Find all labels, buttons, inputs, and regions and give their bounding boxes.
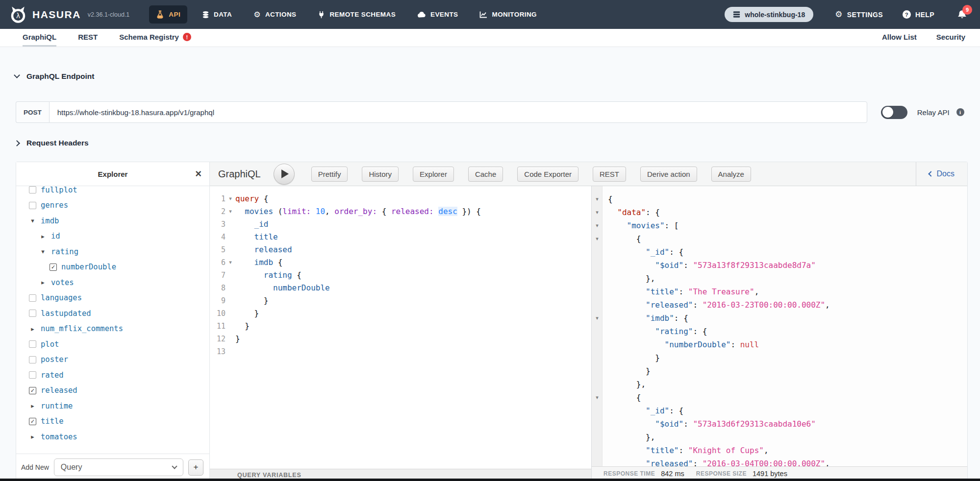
response-line-14: } bbox=[592, 364, 967, 378]
history-button[interactable]: History bbox=[362, 167, 399, 182]
tab-security[interactable]: Security bbox=[936, 33, 965, 43]
fold-arrow-icon[interactable]: ▾ bbox=[592, 192, 603, 206]
execute-query-button[interactable] bbox=[274, 164, 295, 185]
request-headers-section-toggle[interactable]: Request Headers bbox=[15, 139, 89, 147]
tab-allow-list[interactable]: Allow List bbox=[882, 33, 917, 43]
response-line-2: ▾ "data": { bbox=[592, 206, 967, 219]
checkbox-checked-icon[interactable]: ✓ bbox=[50, 264, 57, 271]
nav-item-monitoring[interactable]: MONITORING bbox=[473, 6, 544, 23]
project-name-button[interactable]: whole-stinkbug-18 bbox=[725, 7, 813, 22]
fold-arrow-icon[interactable]: ▾ bbox=[592, 312, 603, 325]
operation-type-select[interactable]: Query bbox=[54, 458, 183, 476]
field-label: votes bbox=[51, 278, 74, 287]
derive-action-button[interactable]: Derive action bbox=[640, 167, 697, 182]
explorer-field-votes[interactable]: ▸votes bbox=[16, 275, 209, 290]
checkbox-unchecked-icon[interactable] bbox=[29, 371, 36, 379]
question-icon: ? bbox=[903, 10, 911, 19]
explorer-header: Explorer × bbox=[16, 162, 209, 186]
expand-arrow-icon[interactable]: ▸ bbox=[29, 433, 36, 440]
fold-gutter bbox=[592, 364, 603, 378]
fold-arrow-icon[interactable]: ▾ bbox=[592, 391, 603, 404]
code-text: title bbox=[235, 231, 278, 243]
explorer-field-plot[interactable]: plot bbox=[16, 337, 209, 352]
checkbox-unchecked-icon[interactable] bbox=[29, 294, 36, 302]
graphql-endpoint-section-toggle[interactable]: GraphQL Endpoint bbox=[15, 72, 94, 81]
checkbox-checked-icon[interactable]: ✓ bbox=[29, 387, 36, 394]
close-icon[interactable]: × bbox=[195, 168, 201, 179]
graphql-endpoint-url[interactable]: https://whole-stinkbug-18.hasura.app/v1/… bbox=[49, 101, 867, 123]
explorer-field-languages[interactable]: languages bbox=[16, 290, 209, 306]
query-line-8: 8 numberDouble bbox=[210, 282, 591, 294]
nav-item-data[interactable]: DATA bbox=[195, 6, 239, 24]
checkbox-unchecked-icon[interactable] bbox=[29, 356, 36, 363]
collapse-arrow-icon[interactable]: ▾ bbox=[39, 248, 47, 255]
fold-arrow-icon[interactable]: ▾ bbox=[226, 192, 235, 205]
code-text: } bbox=[235, 294, 268, 307]
field-label: plot bbox=[41, 340, 59, 349]
fold-arrow-icon[interactable]: ▾ bbox=[226, 256, 235, 269]
explorer-field-id[interactable]: ▸id bbox=[16, 229, 209, 244]
code-text: released bbox=[235, 243, 292, 256]
explorer-panel: Explorer × fullplotgenres▾imdb▸id▾rating… bbox=[16, 162, 210, 481]
explorer-field-tomatoes[interactable]: ▸tomatoes bbox=[16, 429, 209, 445]
expand-arrow-icon[interactable]: ▸ bbox=[29, 402, 36, 409]
explorer-field-runtime[interactable]: ▸runtime bbox=[16, 398, 209, 414]
prettify-button[interactable]: Prettify bbox=[311, 167, 348, 182]
explorer-field-genres[interactable]: genres bbox=[16, 198, 209, 214]
tabs-right-group: Allow List Security bbox=[862, 29, 965, 47]
nav-item-actions[interactable]: ⚙ACTIONS bbox=[247, 6, 303, 24]
explorer-field-rated[interactable]: rated bbox=[16, 367, 209, 383]
expand-arrow-icon[interactable]: ▸ bbox=[39, 279, 47, 286]
fold-gutter bbox=[592, 378, 603, 391]
explorer-field-num-mflix-comments[interactable]: ▸num_mflix_comments bbox=[16, 321, 209, 337]
nav-item-label: DATA bbox=[214, 11, 232, 18]
query-line-7: 7 rating { bbox=[210, 269, 591, 282]
fold-arrow-icon[interactable]: ▾ bbox=[226, 205, 235, 218]
relay-api-toggle[interactable] bbox=[881, 106, 907, 119]
explorer-button[interactable]: Explorer bbox=[413, 167, 454, 182]
hasura-logo-icon[interactable]: λ bbox=[9, 5, 27, 24]
window-bottom-edge bbox=[0, 479, 980, 481]
add-operation-button[interactable]: + bbox=[188, 459, 203, 476]
analyze-button[interactable]: Analyze bbox=[711, 167, 751, 182]
checkbox-unchecked-icon[interactable] bbox=[29, 340, 36, 348]
explorer-field-title[interactable]: ✓title bbox=[16, 414, 209, 430]
explorer-field-poster[interactable]: poster bbox=[16, 352, 209, 368]
nav-item-events[interactable]: EVENTS bbox=[410, 6, 465, 23]
explorer-field-released[interactable]: ✓released bbox=[16, 383, 209, 399]
query-editor[interactable]: 1▾query {2▾ movies (limit: 10, order_by:… bbox=[210, 186, 591, 481]
explorer-field-lastupdated[interactable]: lastupdated bbox=[16, 306, 209, 321]
collapse-arrow-icon[interactable]: ▾ bbox=[29, 217, 36, 224]
settings-button[interactable]: ⚙ SETTINGS bbox=[835, 10, 883, 19]
fold-arrow-icon[interactable]: ▾ bbox=[592, 219, 603, 232]
nav-item-remote-schemas[interactable]: REMOTE SCHEMAS bbox=[311, 6, 402, 24]
expand-arrow-icon[interactable]: ▸ bbox=[39, 233, 47, 240]
graphiql-toolbar: GraphiQL PrettifyHistoryExplorerCacheCod… bbox=[210, 162, 967, 186]
expand-arrow-icon[interactable]: ▸ bbox=[29, 325, 36, 333]
explorer-field-imdb[interactable]: ▾imdb bbox=[16, 213, 209, 229]
explorer-field-fullplot[interactable]: fullplot bbox=[16, 186, 209, 198]
tab-schema-registry[interactable]: Schema Registry ! bbox=[119, 29, 191, 47]
checkbox-checked-icon[interactable]: ✓ bbox=[29, 418, 36, 425]
checkbox-unchecked-icon[interactable] bbox=[29, 202, 36, 209]
explorer-field-numberdouble[interactable]: ✓numberDouble bbox=[16, 260, 209, 275]
cache-button[interactable]: Cache bbox=[468, 167, 503, 182]
info-icon[interactable]: i bbox=[956, 108, 964, 116]
rest-button[interactable]: REST bbox=[593, 167, 626, 182]
notifications-button[interactable]: 9 bbox=[957, 9, 967, 20]
nav-item-api[interactable]: API bbox=[149, 5, 187, 24]
fold-arrow-icon[interactable]: ▾ bbox=[592, 232, 603, 245]
json-text: "rating": { bbox=[603, 325, 707, 338]
query-line-9: 9 } bbox=[210, 294, 591, 307]
fold-arrow-icon[interactable]: ▾ bbox=[592, 206, 603, 219]
code-exporter-button[interactable]: Code Exporter bbox=[517, 167, 578, 182]
relay-api-label: Relay API bbox=[917, 108, 950, 117]
explorer-field-rating[interactable]: ▾rating bbox=[16, 244, 209, 260]
checkbox-unchecked-icon[interactable] bbox=[29, 186, 36, 193]
tab-graphiql[interactable]: GraphiQL bbox=[23, 29, 56, 47]
response-line-4: ▾ { bbox=[592, 232, 967, 245]
tab-rest[interactable]: REST bbox=[78, 29, 98, 47]
help-button[interactable]: ? HELP bbox=[903, 10, 934, 19]
docs-button[interactable]: Docs bbox=[916, 162, 967, 186]
checkbox-unchecked-icon[interactable] bbox=[29, 310, 36, 317]
